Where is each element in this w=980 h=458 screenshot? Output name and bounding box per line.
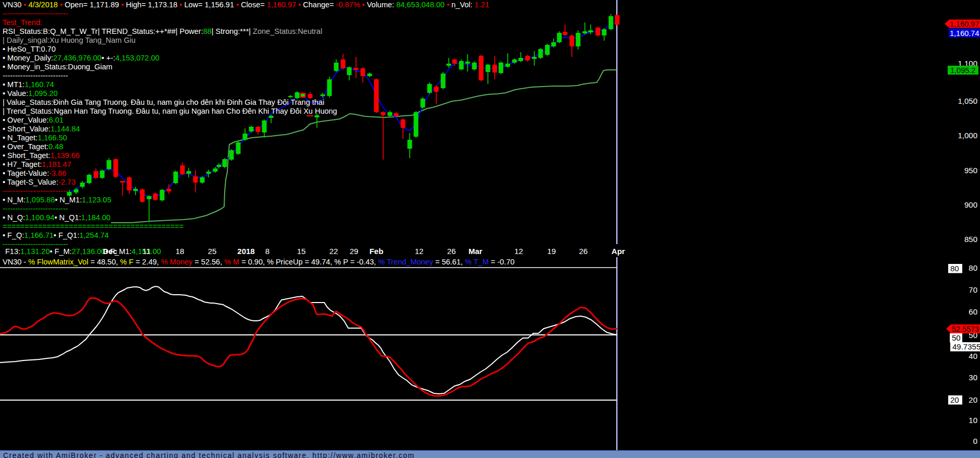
svg-text:850: 850 — [964, 235, 977, 244]
svg-text:30: 30 — [969, 373, 977, 382]
svg-text:0: 0 — [973, 437, 977, 445]
svg-text:40: 40 — [969, 352, 977, 360]
svg-text:10: 10 — [969, 416, 977, 425]
svg-text:1,095.2: 1,095.2 — [950, 66, 975, 75]
svg-text:49.7355: 49.7355 — [952, 342, 980, 351]
svg-text:80: 80 — [950, 264, 959, 273]
svg-text:20: 20 — [969, 395, 977, 404]
svg-text:19: 19 — [547, 247, 556, 256]
svg-text:1,050: 1,050 — [958, 97, 977, 105]
svg-text:26: 26 — [579, 247, 588, 256]
svg-text:Apr: Apr — [611, 247, 625, 256]
svg-text:80: 80 — [969, 263, 977, 272]
svg-text:950: 950 — [964, 166, 977, 175]
svg-text:12: 12 — [514, 247, 523, 256]
svg-text:70: 70 — [969, 285, 977, 294]
svg-text:50: 50 — [952, 333, 961, 342]
svg-text:1,160.74: 1,160.74 — [950, 29, 979, 38]
svg-text:20: 20 — [950, 395, 959, 404]
svg-text:1,160.97: 1,160.97 — [950, 20, 979, 28]
svg-text:900: 900 — [964, 200, 977, 209]
svg-text:60: 60 — [969, 307, 977, 316]
svg-text:1,000: 1,000 — [958, 131, 977, 140]
svg-text:52.5573: 52.5573 — [952, 325, 979, 333]
